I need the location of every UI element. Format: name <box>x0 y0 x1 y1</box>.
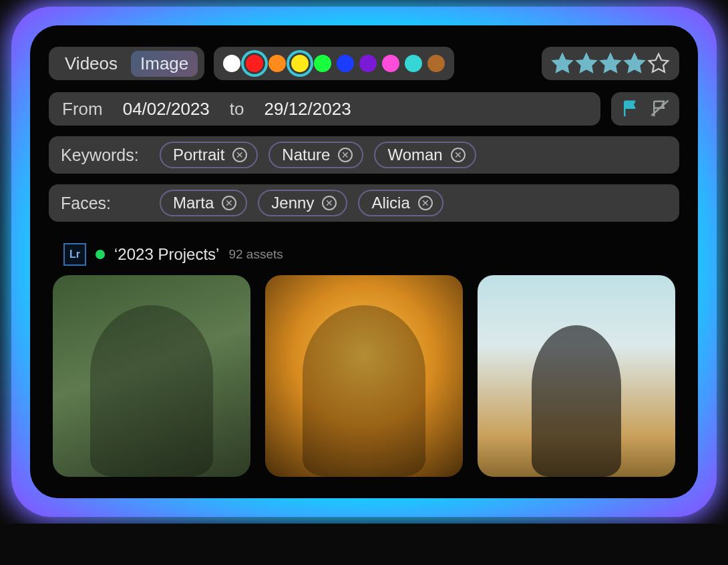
thumbnail-item[interactable] <box>478 275 675 477</box>
date-to-value: 29/12/2023 <box>264 99 351 120</box>
color-swatch[interactable] <box>246 55 263 72</box>
color-label-filter <box>214 47 454 80</box>
color-swatch[interactable] <box>223 55 240 72</box>
remove-chip-icon[interactable]: ✕ <box>222 196 236 210</box>
collection-header: Lr ‘2023 Projects’ 92 assets <box>63 243 679 266</box>
face-chip-label: Marta <box>173 194 214 212</box>
media-type-toggle: Videos Image <box>49 47 204 80</box>
faces-filter-bar: Faces: Marta✕Jenny✕Alicia✕ <box>49 184 679 222</box>
face-chip[interactable]: Marta✕ <box>160 190 247 216</box>
star-filled-icon[interactable] <box>623 52 646 75</box>
color-swatch[interactable] <box>359 55 377 72</box>
color-swatch[interactable] <box>314 55 331 72</box>
color-swatch[interactable] <box>291 55 309 72</box>
faces-label: Faces: <box>61 194 148 213</box>
flag-filter-group <box>611 92 679 126</box>
date-flag-row: From 04/02/2023 to 29/12/2023 <box>49 92 679 126</box>
remove-chip-icon[interactable]: ✕ <box>418 196 433 210</box>
remove-chip-icon[interactable]: ✕ <box>451 148 466 162</box>
unflagged-icon[interactable] <box>650 99 670 119</box>
face-chip[interactable]: Jenny✕ <box>258 190 347 216</box>
color-swatch[interactable] <box>337 55 354 72</box>
star-filled-icon[interactable] <box>551 52 574 75</box>
asset-filter-panel: Videos Image From 04/02/2023 to 29/12/20… <box>30 25 698 498</box>
color-swatch[interactable] <box>405 55 422 72</box>
keyword-chip-label: Portrait <box>173 146 224 164</box>
thumbnail-item[interactable] <box>265 275 463 477</box>
asset-count: 92 assets <box>228 247 283 262</box>
keyword-chip-label: Nature <box>282 146 330 164</box>
date-to-label: to <box>230 99 244 120</box>
sync-status-dot-icon <box>96 250 105 259</box>
flagged-icon[interactable] <box>620 99 641 119</box>
face-chip-label: Alicia <box>371 194 409 212</box>
star-filled-icon[interactable] <box>575 52 598 75</box>
star-filled-icon[interactable] <box>599 52 622 75</box>
thumbnail-grid <box>49 275 679 477</box>
thumbnail-item[interactable] <box>53 275 250 477</box>
rating-filter <box>542 47 679 80</box>
keywords-filter-bar: Keywords: Portrait✕Nature✕Woman✕ <box>49 136 679 174</box>
color-swatch[interactable] <box>268 55 286 72</box>
type-option-image[interactable]: Image <box>131 51 198 77</box>
remove-chip-icon[interactable]: ✕ <box>322 196 337 210</box>
collection-name: ‘2023 Projects’ <box>114 245 219 264</box>
color-swatch[interactable] <box>382 55 399 72</box>
keyword-chip-label: Woman <box>387 146 442 164</box>
face-chip-label: Jenny <box>271 194 314 212</box>
remove-chip-icon[interactable]: ✕ <box>338 148 353 162</box>
star-outline-icon[interactable] <box>647 52 670 75</box>
keyword-chip[interactable]: Woman✕ <box>374 142 476 168</box>
top-filter-row: Videos Image <box>49 47 679 80</box>
date-from-label: From <box>62 99 103 120</box>
date-range-filter[interactable]: From 04/02/2023 to 29/12/2023 <box>49 92 600 126</box>
type-option-videos[interactable]: Videos <box>55 51 127 77</box>
keyword-chip[interactable]: Nature✕ <box>268 142 363 168</box>
remove-chip-icon[interactable]: ✕ <box>232 148 247 162</box>
color-swatch[interactable] <box>427 55 445 72</box>
keyword-chip[interactable]: Portrait✕ <box>160 142 258 168</box>
face-chip[interactable]: Alicia✕ <box>358 190 443 216</box>
date-from-value: 04/02/2023 <box>123 99 210 120</box>
keywords-label: Keywords: <box>61 146 148 165</box>
lightroom-icon: Lr <box>63 243 86 266</box>
